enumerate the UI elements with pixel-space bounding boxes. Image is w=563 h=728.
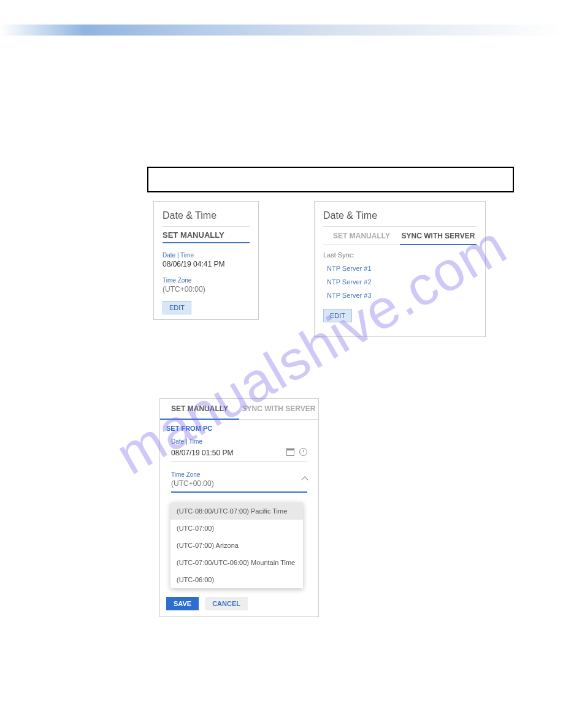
- tab-set-manually[interactable]: SET MANUALLY: [160, 399, 239, 420]
- date-time-value: 08/06/19 04:41 PM: [163, 260, 250, 268]
- panel-title: Date & Time: [323, 210, 477, 221]
- time-zone-value: (UTC+00:00): [163, 285, 250, 294]
- date-time-label: Date | Time: [171, 438, 307, 445]
- date-time-value[interactable]: 08/07/19 01:50 PM: [171, 449, 286, 457]
- tab-set-manually[interactable]: SET MANUALLY: [323, 227, 400, 245]
- set-from-pc-link[interactable]: SET FROM PC: [160, 420, 318, 434]
- date-time-label: Date | Time: [163, 252, 250, 259]
- tab-sync-with-server[interactable]: SYNC WITH SERVER: [400, 227, 477, 245]
- date-time-panel-sync: Date & Time SET MANUALLY SYNC WITH SERVE…: [314, 201, 486, 337]
- time-zone-dropdown[interactable]: (UTC-08:00/UTC-07:00) Pacific Time (UTC-…: [170, 502, 303, 588]
- tab-sync-with-server[interactable]: SYNC WITH SERVER: [239, 399, 318, 420]
- edit-button[interactable]: EDIT: [323, 309, 352, 322]
- save-button[interactable]: SAVE: [166, 597, 199, 610]
- cancel-button[interactable]: CANCEL: [205, 597, 248, 610]
- time-zone-value: (UTC+00:00): [171, 479, 307, 488]
- date-time-panel-manual: Date & Time SET MANUALLY Date | Time 08/…: [153, 201, 259, 320]
- last-sync-label: Last Sync:: [323, 251, 477, 259]
- time-zone-select[interactable]: Time Zone (UTC+00:00): [171, 471, 307, 493]
- time-zone-label: Time Zone: [163, 277, 250, 284]
- panel-title: Date & Time: [163, 210, 250, 221]
- dropdown-option[interactable]: (UTC-08:00/UTC-07:00) Pacific Time: [170, 502, 303, 520]
- time-zone-label: Time Zone: [171, 471, 307, 478]
- dropdown-option[interactable]: (UTC-07:00) Arizona: [170, 537, 303, 554]
- empty-box: [147, 167, 514, 192]
- header-gradient: [0, 25, 563, 36]
- dropdown-option[interactable]: (UTC-07:00/UTC-06:00) Mountain Time: [170, 554, 303, 571]
- ntp-server-3[interactable]: NTP Server #3: [327, 292, 477, 299]
- edit-button[interactable]: EDIT: [163, 301, 191, 314]
- calendar-icon[interactable]: [286, 448, 294, 456]
- ntp-server-1[interactable]: NTP Server #1: [327, 265, 477, 272]
- clock-icon[interactable]: [299, 448, 307, 456]
- dropdown-option[interactable]: (UTC-07:00): [170, 520, 303, 537]
- tab-set-manually[interactable]: SET MANUALLY: [163, 226, 250, 243]
- ntp-server-2[interactable]: NTP Server #2: [327, 278, 477, 286]
- dropdown-option[interactable]: (UTC-06:00): [170, 571, 303, 588]
